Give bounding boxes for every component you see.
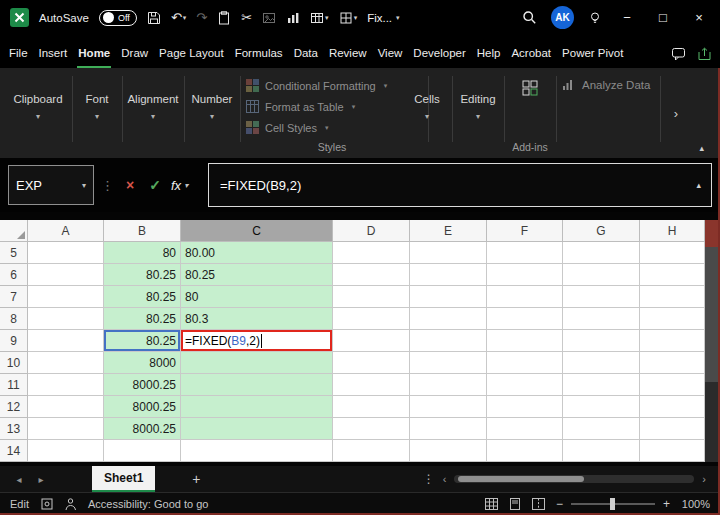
column-header-A[interactable]: A bbox=[28, 220, 104, 242]
format-as-table-button[interactable]: Format as Table ▾ bbox=[246, 98, 418, 115]
cell[interactable] bbox=[410, 418, 487, 440]
table-icon[interactable]: ▾ bbox=[310, 9, 329, 27]
alignment-group-button[interactable]: Alignment ▾ bbox=[126, 76, 180, 138]
select-all-corner[interactable] bbox=[0, 220, 28, 242]
cell[interactable] bbox=[487, 264, 563, 286]
cell[interactable] bbox=[563, 264, 640, 286]
cell[interactable] bbox=[410, 330, 487, 352]
cell[interactable] bbox=[487, 396, 563, 418]
cell[interactable] bbox=[28, 308, 104, 330]
tab-page-layout[interactable]: Page Layout bbox=[158, 38, 225, 68]
cell[interactable] bbox=[28, 352, 104, 374]
cell[interactable] bbox=[640, 242, 705, 264]
cell[interactable] bbox=[28, 440, 104, 462]
column-header-C[interactable]: C bbox=[181, 220, 333, 242]
cell[interactable] bbox=[640, 264, 705, 286]
cell[interactable] bbox=[487, 242, 563, 264]
cell-C14[interactable] bbox=[181, 440, 333, 462]
tab-review[interactable]: Review bbox=[328, 38, 368, 68]
cell-B9-referenced[interactable]: 80.25 bbox=[104, 330, 181, 352]
cell[interactable] bbox=[410, 374, 487, 396]
cell[interactable] bbox=[410, 440, 487, 462]
cell[interactable] bbox=[333, 308, 410, 330]
horizontal-scrollbar[interactable] bbox=[454, 475, 694, 483]
autosave-toggle[interactable]: Off bbox=[99, 10, 137, 26]
horizontal-scrollbar-thumb[interactable] bbox=[458, 476, 584, 482]
cell[interactable] bbox=[333, 286, 410, 308]
row-header-12[interactable]: 12 bbox=[0, 396, 28, 418]
add-sheet-button[interactable]: + bbox=[187, 471, 205, 487]
cell-B12[interactable]: 8000.25 bbox=[104, 396, 181, 418]
zoom-level[interactable]: 100% bbox=[678, 498, 710, 510]
cell[interactable] bbox=[28, 286, 104, 308]
cell[interactable] bbox=[640, 418, 705, 440]
column-header-E[interactable]: E bbox=[410, 220, 487, 242]
cell[interactable] bbox=[487, 308, 563, 330]
avatar[interactable]: AK bbox=[551, 6, 574, 29]
cell[interactable] bbox=[333, 374, 410, 396]
cell[interactable] bbox=[563, 374, 640, 396]
tab-home[interactable]: Home bbox=[77, 38, 111, 68]
cell-styles-button[interactable]: Cell Styles ▾ bbox=[246, 119, 418, 136]
name-box[interactable]: EXP ▾ bbox=[8, 165, 94, 205]
borders-icon[interactable]: ▾ bbox=[339, 9, 358, 27]
cell[interactable] bbox=[640, 286, 705, 308]
cell-B6[interactable]: 80.25 bbox=[104, 264, 181, 286]
tab-data[interactable]: Data bbox=[293, 38, 319, 68]
cell-B13[interactable]: 8000.25 bbox=[104, 418, 181, 440]
cell[interactable] bbox=[28, 330, 104, 352]
cell[interactable] bbox=[410, 308, 487, 330]
tab-file[interactable]: File bbox=[8, 38, 29, 68]
hscroll-left-icon[interactable]: ‹ bbox=[443, 473, 447, 485]
cell[interactable] bbox=[410, 264, 487, 286]
cell[interactable] bbox=[333, 242, 410, 264]
cell[interactable] bbox=[28, 418, 104, 440]
tab-view[interactable]: View bbox=[377, 38, 404, 68]
cell-C6[interactable]: 80.25 bbox=[181, 264, 333, 286]
cell[interactable] bbox=[563, 308, 640, 330]
cell-B7[interactable]: 80.25 bbox=[104, 286, 181, 308]
cell-B14[interactable] bbox=[104, 440, 181, 462]
cell-C7[interactable]: 80 bbox=[181, 286, 333, 308]
cell[interactable] bbox=[487, 374, 563, 396]
cell[interactable] bbox=[410, 286, 487, 308]
sheet-nav-right-icon[interactable]: ▸ bbox=[30, 474, 52, 485]
normal-view-icon[interactable] bbox=[485, 498, 498, 510]
enter-button[interactable]: ✓ bbox=[146, 177, 164, 193]
cell[interactable] bbox=[640, 396, 705, 418]
close-button[interactable]: × bbox=[688, 10, 710, 25]
cell[interactable] bbox=[28, 374, 104, 396]
cell-C13[interactable] bbox=[181, 418, 333, 440]
cell-B10[interactable]: 8000 bbox=[104, 352, 181, 374]
cell[interactable] bbox=[333, 418, 410, 440]
row-header-8[interactable]: 8 bbox=[0, 308, 28, 330]
cell[interactable] bbox=[563, 286, 640, 308]
lightbulb-icon[interactable] bbox=[588, 9, 602, 27]
cell[interactable] bbox=[640, 308, 705, 330]
row-header-5[interactable]: 5 bbox=[0, 242, 28, 264]
cell[interactable] bbox=[563, 396, 640, 418]
cell-C8[interactable]: 80.3 bbox=[181, 308, 333, 330]
cell[interactable] bbox=[563, 330, 640, 352]
cell-C10[interactable] bbox=[181, 352, 333, 374]
cell[interactable] bbox=[410, 396, 487, 418]
excel-app-icon[interactable] bbox=[10, 8, 29, 27]
hscroll-right-icon[interactable]: › bbox=[702, 473, 706, 485]
page-break-view-icon[interactable] bbox=[532, 498, 545, 510]
font-group-button[interactable]: Font ▾ bbox=[76, 76, 118, 138]
editing-group-button[interactable]: Editing ▾ bbox=[454, 76, 502, 138]
formula-bar-expand-chevron[interactable]: ▴ bbox=[696, 180, 701, 190]
cell[interactable] bbox=[640, 330, 705, 352]
ribbon-collapse-chevron[interactable]: ▴ bbox=[699, 143, 704, 153]
cell-C12[interactable] bbox=[181, 396, 333, 418]
quick-access-dropdown[interactable]: Fix... ▾ bbox=[367, 12, 399, 24]
cell[interactable] bbox=[333, 396, 410, 418]
save-icon[interactable] bbox=[147, 9, 161, 27]
cell[interactable] bbox=[28, 264, 104, 286]
macro-record-icon[interactable] bbox=[41, 498, 53, 510]
row-header-6[interactable]: 6 bbox=[0, 264, 28, 286]
clipboard-group-button[interactable]: Clipboard ▾ bbox=[8, 76, 68, 138]
cell[interactable] bbox=[410, 352, 487, 374]
page-layout-view-icon[interactable] bbox=[509, 498, 521, 510]
conditional-formatting-button[interactable]: Conditional Formatting ▾ bbox=[246, 77, 418, 94]
